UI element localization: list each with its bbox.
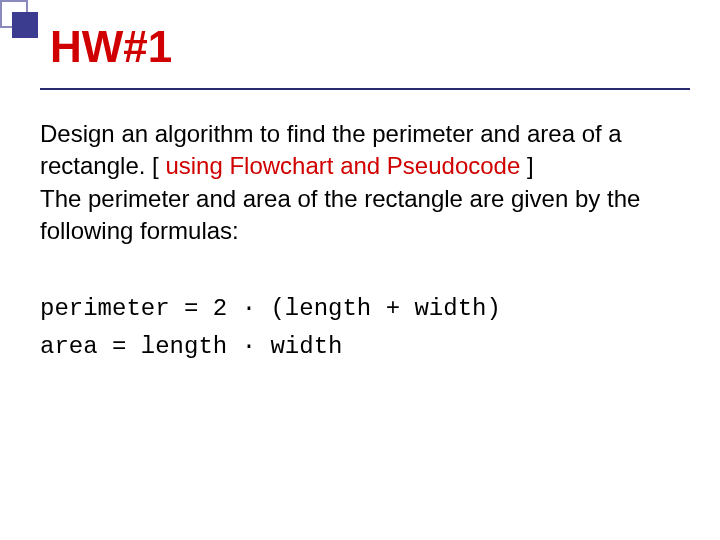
problem-highlight: using Flowchart and Pseudocode — [165, 152, 520, 179]
formulas-block: perimeter = 2 · (length + width) area = … — [40, 290, 680, 367]
paragraph-formulas-intro: The perimeter and area of the rectangle … — [40, 183, 680, 248]
formula-perimeter: perimeter = 2 · (length + width) — [40, 290, 680, 328]
paragraph-problem: Design an algorithm to find the perimete… — [40, 118, 680, 183]
slide-title: HW#1 — [50, 22, 172, 72]
decor-solid-square — [12, 12, 38, 38]
slide-body: Design an algorithm to find the perimete… — [40, 118, 680, 366]
formula-area: area = length · width — [40, 328, 680, 366]
problem-text-b: ] — [520, 152, 533, 179]
title-underline — [40, 88, 690, 90]
